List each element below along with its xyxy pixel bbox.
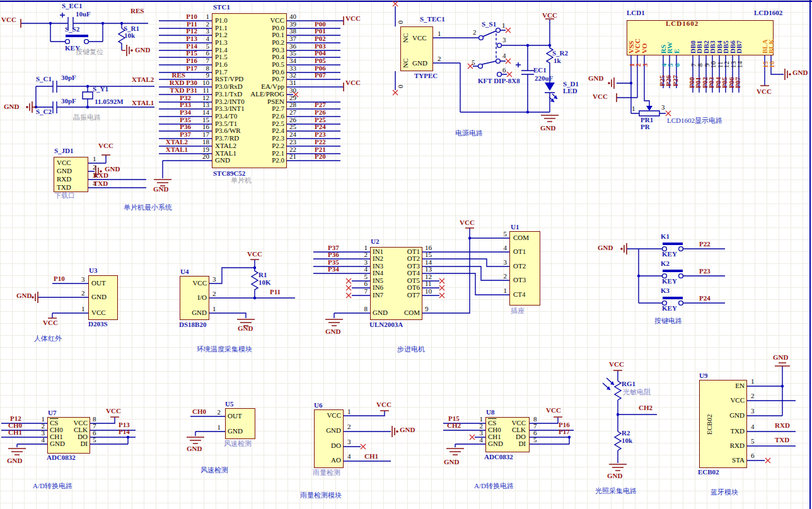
cap-value: 30pF [61,74,76,82]
pin-name: ALE/PROG [250,91,284,98]
net-gnd: GND [4,103,19,111]
net-label: TXD P31 [170,87,197,94]
pin-name: OT7 [407,292,420,299]
pin-name: VCC [270,17,284,25]
net-label: CH1 [8,429,22,437]
pin-num: 0 [397,21,405,25]
pin-num: 16 [768,61,776,68]
pin-num: 2 [364,251,368,259]
section-title: 光照采集电路 [595,488,637,495]
net-txd: TXD [93,180,108,188]
pin-name: GND [488,440,503,448]
net-label: P05 [315,57,326,65]
chip-designator: U9 [699,372,707,380]
pin-num: 15 [425,251,432,259]
net-vcc: VCC [98,142,113,150]
pin-name: P3.4/T0 [215,113,237,120]
pin-num: 6 [364,280,368,288]
section-title: A/D转换电路 [33,483,72,490]
comment-mcu: 单片机 [231,177,252,185]
net-rxd: RXD [93,172,108,180]
net-vcc: VCC [542,12,557,20]
pin-name: P1.3 [215,39,228,47]
pin-num: 28 [289,101,296,109]
net-label: P27 [315,101,326,109]
pin-num: 3 [642,64,649,67]
net-label: P10 [186,13,197,21]
pin-num: 40 [289,13,296,21]
pin-name: P3.7/RD [215,135,239,142]
net-label: P12 [186,28,197,35]
net-gnd: GND [187,445,202,453]
net-gnd: GND [607,472,622,480]
section-title: 风速检测 [200,467,228,474]
chip-type: ECB02 [698,469,719,476]
net-vcc: VCC [106,408,121,415]
pin-num: 24 [289,131,296,139]
net-gnd: GND [16,292,32,300]
section-title: 人体红外 [34,335,62,343]
comment-wind: 风速检测 [224,440,252,448]
cap-designator: S_C1 [36,76,52,83]
pin-num: 35 [289,50,296,57]
net-gnd: GND [773,354,788,362]
net-gnd: GND [400,426,415,434]
res-value: 10k [622,437,632,445]
cap-value: 10uF [76,11,91,18]
pin-num: 37 [289,35,296,43]
pin-num: 13 [425,266,432,273]
chip-designator: U5 [225,401,233,408]
schematic-sheet: VCCS_EC110uFRESS_S2KEY按键复位S_R110kGNDS_C1… [0,0,812,509]
led-type: LED [563,88,577,95]
key-designator: K2 [661,260,670,268]
pin-name: COM [513,234,529,242]
section-title: LCD1602显示电路 [667,117,722,125]
cap-designator: S_C2 [36,108,52,116]
net-gnd: GND [540,125,555,132]
pin-name: OUT [228,413,242,420]
pin-num: 2 [93,164,96,171]
net-label: P04 [315,50,326,57]
pin-name: VO [641,43,649,54]
pin-name: E [673,49,681,54]
net-label: P23 [699,268,710,275]
pin-num: 9 [425,306,429,313]
pin-num: 1 [93,156,96,163]
net-label: P37 [180,131,191,139]
net-label: TXD [775,437,789,444]
pin-name: NC [402,33,410,43]
net-xtal1: XTAL1 [132,100,154,107]
pin-name: GND [192,309,207,317]
net-label: XTAL1 [166,146,188,154]
pin-name: GND [228,428,243,435]
pin-name: NC [402,59,410,68]
key-designator: K1 [661,233,670,241]
pin-name: BLK [768,39,775,54]
net-gnd: GND [598,244,613,252]
net-label: P15 [186,50,197,57]
pin-num: 3 [661,104,665,112]
pin-num: 18 [202,139,209,146]
pin-name: CT4 [513,291,526,299]
pin-name: I/O [197,294,207,302]
pin-num: 32 [289,72,296,79]
net-label: CH2 [639,404,652,412]
cap-value: 30pF [61,98,76,105]
pin-name: IN7 [373,292,383,299]
pin-name: VCC [91,309,106,317]
net-gnd: GND [153,186,168,193]
net-label: P36 [180,123,191,131]
net-label: RXD P30 [170,79,197,87]
pin-name: GND [412,60,427,67]
net-gnd: GND [588,75,603,83]
pin-num: 4 [206,35,210,43]
net-vcc: VCC [376,401,392,409]
net-label: P36 [328,251,339,259]
pin-num: 38 [289,28,296,35]
comment-crystal: 晶振电路 [73,114,101,122]
section-title: 环境温度采集模块 [197,346,252,353]
res-designator: RG1 [622,380,635,388]
pin-num: 1 [502,22,506,30]
pin-num: 2 [473,29,477,37]
pin-name: P1.6 [215,61,228,69]
